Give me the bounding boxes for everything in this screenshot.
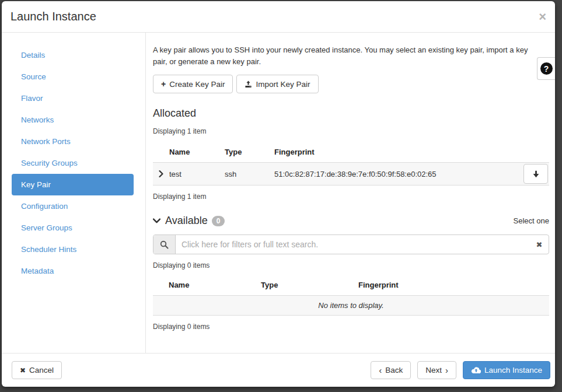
allocated-table: Name Type Fingerprint test ssh xyxy=(153,142,549,186)
wizard-sidebar: Details Source Flavor Networks Network P… xyxy=(2,33,146,353)
back-button[interactable]: ‹ Back xyxy=(371,361,411,379)
deallocate-button[interactable] xyxy=(523,164,548,184)
sidebar-item-source[interactable]: Source xyxy=(12,66,134,88)
clear-search-icon[interactable]: ✖ xyxy=(530,235,549,254)
sidebar-item-security-groups[interactable]: Security Groups xyxy=(12,152,134,174)
create-key-pair-label: Create Key Pair xyxy=(169,80,225,89)
allocated-heading: Allocated xyxy=(153,107,549,120)
sidebar-item-networks[interactable]: Networks xyxy=(12,109,134,131)
available-heading: Available xyxy=(165,215,208,227)
expand-row-toggle[interactable] xyxy=(153,170,169,177)
keypair-description: A key pair allows you to SSH into your n… xyxy=(153,44,544,68)
search-icon xyxy=(160,240,169,249)
select-hint: Select one xyxy=(514,216,549,225)
available-table: Name Type Fingerprint No items to displa… xyxy=(153,275,549,316)
available-count-bottom: Displaying 0 items xyxy=(153,323,549,331)
modal-footer: ✖ Cancel ‹ Back Next › Launch Instance xyxy=(2,353,555,387)
chevron-left-icon: ‹ xyxy=(379,366,382,374)
search-input[interactable] xyxy=(176,235,530,254)
keypair-type-cell: ssh xyxy=(225,170,274,178)
help-icon: ? xyxy=(540,62,553,75)
sidebar-item-server-groups[interactable]: Server Groups xyxy=(12,217,134,239)
cancel-x-icon: ✖ xyxy=(20,366,26,374)
next-label: Next xyxy=(425,366,442,374)
plus-icon: + xyxy=(161,79,166,89)
sidebar-item-scheduler-hints[interactable]: Scheduler Hints xyxy=(12,239,134,260)
arrow-down-icon xyxy=(532,170,540,178)
next-button[interactable]: Next › xyxy=(417,361,456,379)
back-label: Back xyxy=(385,366,403,374)
launch-instance-modal: Launch Instance × ? Details Source Flavo… xyxy=(2,1,555,387)
available-section-header: Available 0 Select one xyxy=(153,215,549,227)
column-header-fingerprint: Fingerprint xyxy=(358,281,549,289)
sidebar-item-configuration[interactable]: Configuration xyxy=(12,195,134,217)
chevron-right-icon: › xyxy=(445,366,448,374)
empty-table-message: No items to display. xyxy=(153,295,549,316)
modal-header: Launch Instance × xyxy=(2,1,555,33)
search-addon xyxy=(153,235,176,254)
sidebar-item-metadata[interactable]: Metadata xyxy=(12,260,134,282)
launch-instance-button[interactable]: Launch Instance xyxy=(463,361,550,379)
column-header-name: Name xyxy=(153,281,261,289)
sidebar-item-details[interactable]: Details xyxy=(12,44,134,66)
cancel-button[interactable]: ✖ Cancel xyxy=(12,361,62,379)
column-header-fingerprint: Fingerprint xyxy=(274,148,519,156)
launch-instance-label: Launch Instance xyxy=(484,366,542,374)
modal-body: ? Details Source Flavor Networks Network… xyxy=(2,33,555,353)
table-row: test ssh 51:0c:82:87:17:de:38:9e:7e:f0:5… xyxy=(153,162,549,186)
import-key-pair-button[interactable]: Import Key Pair xyxy=(236,75,318,93)
close-icon[interactable]: × xyxy=(539,10,546,23)
page-title: Launch Instance xyxy=(11,10,96,23)
chevron-right-icon xyxy=(159,170,163,177)
chevron-down-icon[interactable] xyxy=(153,218,160,223)
column-header-type: Type xyxy=(225,148,274,156)
column-header-type: Type xyxy=(261,281,358,289)
sidebar-item-network-ports[interactable]: Network Ports xyxy=(12,131,134,152)
help-button[interactable]: ? xyxy=(537,57,555,80)
sidebar-item-flavor[interactable]: Flavor xyxy=(12,88,134,109)
keypair-fingerprint-cell: 51:0c:82:87:17:de:38:9e:7e:f0:50:9f:58:e… xyxy=(274,170,519,178)
keypair-actions: + Create Key Pair Import Key Pair xyxy=(153,75,549,93)
import-key-pair-label: Import Key Pair xyxy=(256,80,310,89)
filter-search-bar: ✖ xyxy=(153,235,549,254)
allocated-count-bottom: Displaying 1 item xyxy=(153,192,549,201)
available-count-badge: 0 xyxy=(212,216,225,226)
available-count-top: Displaying 0 items xyxy=(153,261,549,270)
available-table-header: Name Type Fingerprint xyxy=(153,275,549,295)
cancel-label: Cancel xyxy=(29,366,54,374)
sidebar-item-key-pair[interactable]: Key Pair xyxy=(12,174,134,195)
keypair-name-cell: test xyxy=(169,170,225,178)
upload-icon xyxy=(245,80,252,88)
cloud-upload-icon xyxy=(471,366,481,374)
key-pair-step: A key pair allows you to SSH into your n… xyxy=(146,33,555,353)
allocated-count-top: Displaying 1 item xyxy=(153,127,549,135)
column-header-name: Name xyxy=(169,148,225,156)
create-key-pair-button[interactable]: + Create Key Pair xyxy=(153,75,233,93)
allocated-table-header: Name Type Fingerprint xyxy=(153,142,549,162)
